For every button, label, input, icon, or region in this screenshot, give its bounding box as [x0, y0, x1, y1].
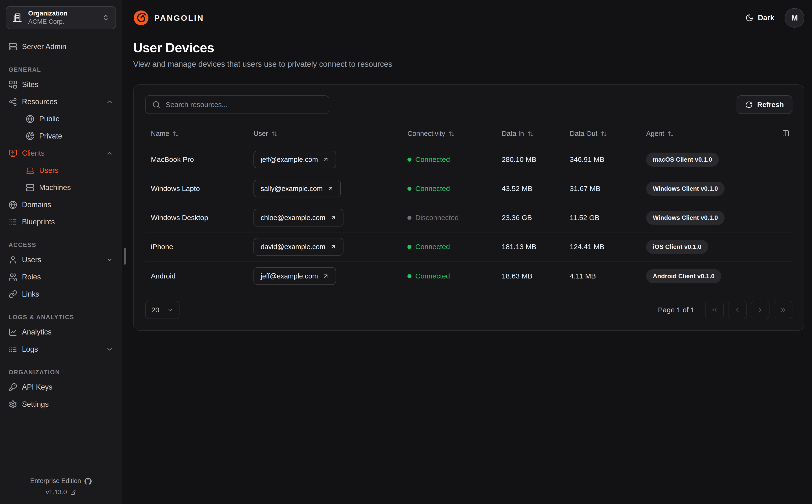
sidebar-item-resources[interactable]: Resources [6, 93, 116, 110]
agent-badge: iOS Client v0.1.0 [646, 240, 708, 254]
column-header-agent[interactable]: Agent [641, 123, 773, 145]
sidebar-item-logs[interactable]: Logs [6, 341, 116, 358]
sidebar-item-client-users[interactable]: Users [23, 162, 116, 179]
chevron-down-icon [106, 256, 113, 263]
sidebar-item-label: Public [39, 115, 59, 123]
sidebar-item-domains[interactable]: Domains [6, 196, 116, 213]
data-in-value: 18.63 MB [496, 272, 564, 280]
next-page-button[interactable] [751, 301, 770, 319]
data-out-value: 346.91 MB [564, 155, 641, 164]
org-selector[interactable]: Organization ACME Corp. [6, 6, 116, 29]
connectivity-cell: Connected [402, 243, 496, 251]
brand[interactable]: PANGOLIN [133, 10, 204, 26]
sidebar-item-links[interactable]: Links [6, 286, 116, 303]
org-selector-label: Organization [28, 10, 67, 17]
page-info: Page 1 of 1 [658, 306, 695, 314]
theme-toggle[interactable]: Dark [745, 14, 774, 22]
user-link[interactable]: david@example.com [254, 238, 344, 256]
version-link[interactable]: v1.13.0 [46, 489, 76, 496]
connectivity-dot [407, 158, 411, 162]
page-size-value: 20 [151, 306, 159, 314]
last-page-button[interactable] [774, 301, 792, 319]
sidebar-item-machines[interactable]: Machines [23, 179, 116, 196]
chevrons-up-down-icon [102, 14, 109, 21]
connectivity-label: Connected [415, 243, 450, 251]
sidebar-item-label: Machines [39, 183, 71, 192]
user-email: jeff@example.com [261, 156, 318, 164]
page-size-select[interactable]: 20 [145, 301, 179, 319]
column-header-connectivity[interactable]: Connectivity [402, 123, 496, 145]
sidebar-item-clients[interactable]: Clients [6, 145, 116, 162]
sidebar-item-label: Clients [22, 149, 45, 158]
sidebar-item-api-keys[interactable]: API Keys [6, 379, 116, 396]
server-icon [9, 42, 17, 51]
sidebar-item-label: Domains [22, 201, 51, 209]
first-page-button[interactable] [705, 301, 724, 319]
sidebar-item-label: Analytics [22, 328, 52, 336]
sidebar-item-blueprints[interactable]: Blueprints [6, 213, 116, 231]
chevron-up-icon [106, 150, 113, 157]
refresh-button[interactable]: Refresh [737, 95, 792, 114]
sidebar-item-label: Private [39, 132, 62, 140]
connectivity-label: Connected [415, 155, 450, 164]
clients-subtree: Users Machines [17, 162, 116, 196]
globe-lock-icon [26, 132, 34, 140]
brand-name: PANGOLIN [154, 13, 204, 23]
sidebar-item-users[interactable]: Users [6, 251, 116, 268]
previous-page-button[interactable] [728, 301, 747, 319]
data-in-value: 280.10 MB [496, 155, 564, 164]
sidebar-item-label: Blueprints [22, 218, 55, 226]
column-header-user[interactable]: User [248, 123, 402, 145]
pangolin-logo-icon [133, 10, 149, 26]
sort-icon [668, 131, 674, 137]
building-icon [12, 13, 22, 23]
agent-badge: macOS Client v0.1.0 [646, 153, 719, 167]
sidebar-item-private[interactable]: Private [23, 128, 116, 145]
connectivity-dot [407, 216, 411, 220]
sidebar-item-analytics[interactable]: Analytics [6, 324, 116, 341]
sidebar-item-public[interactable]: Public [23, 110, 116, 128]
edition-link[interactable]: Enterprise Edition [30, 477, 91, 485]
sidebar-item-server-admin[interactable]: Server Admin [6, 38, 116, 55]
user-link[interactable]: jeff@example.com [254, 267, 336, 285]
device-name: MacBook Pro [145, 155, 248, 164]
column-header-data-in[interactable]: Data In [496, 123, 564, 145]
scrollbar-thumb[interactable] [124, 248, 126, 265]
data-in-value: 23.36 GB [496, 214, 564, 222]
data-out-value: 31.67 MB [564, 185, 641, 193]
arrow-up-right-icon [330, 215, 336, 221]
top-bar: PANGOLIN Dark M [133, 0, 804, 36]
connectivity-label: Connected [415, 185, 450, 193]
resources-subtree: Public Private [17, 110, 116, 145]
table-row: MacBook Pro jeff@example.com Connected 2… [145, 145, 792, 174]
device-name: Windows Lapto [145, 185, 248, 193]
users-icon [9, 273, 17, 281]
user-link[interactable]: sally@example.com [254, 180, 341, 197]
search-input[interactable] [166, 101, 322, 109]
column-header-data-out[interactable]: Data Out [564, 123, 641, 145]
agent-badge: Windows Client v0.1.0 [646, 182, 725, 196]
chevrons-right-icon [780, 306, 787, 314]
section-label-organization: ORGANIZATION [9, 369, 113, 376]
avatar[interactable]: M [785, 8, 804, 28]
chevron-down-icon [106, 346, 113, 353]
globe-icon [9, 201, 17, 209]
table-row: Windows Desktop chloe@example.com Discon… [145, 203, 792, 232]
edition-label: Enterprise Edition [30, 477, 81, 485]
arrow-up-right-icon [328, 185, 334, 192]
search-icon [152, 101, 160, 109]
column-header-name[interactable]: Name [145, 123, 248, 145]
pagination: 20 Page 1 of 1 [145, 301, 792, 319]
sidebar-item-label: Sites [22, 80, 38, 89]
user-link[interactable]: jeff@example.com [254, 151, 336, 168]
key-icon [9, 383, 17, 391]
user-email: jeff@example.com [261, 272, 318, 280]
org-selector-value: ACME Corp. [28, 18, 67, 26]
sidebar-item-sites[interactable]: Sites [6, 76, 116, 93]
sidebar-item-roles[interactable]: Roles [6, 268, 116, 286]
column-settings-button[interactable] [781, 129, 791, 139]
user-link[interactable]: chloe@example.com [254, 209, 344, 226]
sidebar-item-settings[interactable]: Settings [6, 396, 116, 413]
connectivity-dot [407, 245, 411, 249]
monitor-up-icon [9, 149, 17, 158]
